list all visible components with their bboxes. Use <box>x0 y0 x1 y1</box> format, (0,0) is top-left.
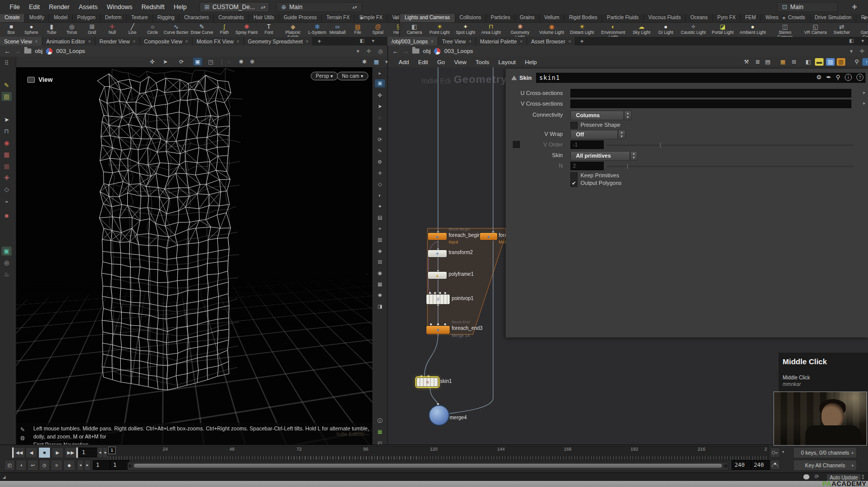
tool-state-icon[interactable]: ▦ <box>2 150 12 159</box>
menu-item[interactable]: Tools <box>471 59 494 65</box>
add-shelf-tab[interactable]: + <box>360 15 363 22</box>
viewport-tool-icon[interactable]: ◌ <box>225 58 234 66</box>
menu-item[interactable]: Render <box>44 4 74 11</box>
node-label[interactable]: pointvop1 <box>452 296 473 301</box>
play-button[interactable]: ▶ <box>52 447 64 458</box>
scoped-channels-icon[interactable] <box>770 460 780 470</box>
viewport-tool-icon[interactable]: ✱ <box>360 58 369 66</box>
network-tool-icon[interactable]: ↑ <box>862 58 868 66</box>
play-reverse-button[interactable]: ◀ <box>25 447 37 458</box>
shelf-tool[interactable]: § Helix <box>388 23 399 35</box>
display-option-icon[interactable]: ✎ <box>375 147 385 155</box>
range-start-field[interactable] <box>93 460 112 470</box>
close-tab-icon[interactable]: × <box>185 39 188 44</box>
pane-tab[interactable]: Geometry Spreadsheet × <box>244 37 313 45</box>
shelf-tool[interactable]: ✻ L-System <box>307 23 327 35</box>
close-tab-icon[interactable]: × <box>35 39 37 44</box>
shelf-tab[interactable]: Pyro FX <box>713 14 741 22</box>
scene-selector[interactable]: ⊕ Main ▴▾ <box>276 2 362 12</box>
display-option-icon[interactable]: ⊞ <box>375 258 385 266</box>
shelf-tool[interactable]: ✧ Caustic Light <box>680 23 707 35</box>
audio-icon[interactable]: ◖ <box>16 460 27 471</box>
shelf-tab[interactable]: Drive Simulation <box>810 14 857 22</box>
range-substart-field[interactable] <box>110 460 129 470</box>
menu-item[interactable]: Edit <box>413 59 432 65</box>
shelf-overflow-icon[interactable]: ▾ <box>863 16 866 21</box>
right-scene-selector[interactable]: ⊡ Main <box>777 2 838 12</box>
stepper-icon[interactable]: ▴▾ <box>261 5 265 10</box>
add-desktop-icon[interactable]: ✚ <box>852 4 857 11</box>
breadcrumb-node[interactable]: 003_Loops <box>444 48 473 54</box>
key-all-channels-button[interactable]: Key All Channels▲▼ <box>793 460 857 471</box>
u-cross-input[interactable] <box>570 89 851 98</box>
frame-ruler[interactable]: 244872961201441681922162 <box>107 446 769 460</box>
display-option-icon[interactable]: ▦ <box>375 428 385 436</box>
shelf-tab[interactable]: Model <box>49 14 72 22</box>
pane-tab[interactable]: /obj/003_Loops × <box>388 37 438 45</box>
shelf-tool[interactable]: T Font <box>259 23 279 35</box>
display-option-icon[interactable]: ◐ <box>375 191 385 200</box>
shelf-tool[interactable]: ☁ Sky Light <box>632 23 652 35</box>
add-pane-tab[interactable]: + <box>575 37 588 45</box>
path-dropdown-icon[interactable]: ▾ <box>357 48 360 55</box>
network-tool-icon[interactable]: ▥ <box>837 58 845 66</box>
message-bubble-icon[interactable] <box>803 474 809 479</box>
viewport-tool-icon[interactable]: ✜ <box>148 58 157 66</box>
range-end-field[interactable] <box>732 460 753 470</box>
shelf-tab[interactable]: Wires <box>761 14 784 22</box>
menu-item[interactable]: Edit <box>24 4 44 11</box>
search-icon[interactable]: ⚲ <box>836 74 840 81</box>
shelf-tool[interactable]: ▮ Tube <box>41 23 62 35</box>
menu-item[interactable]: Add <box>394 59 413 65</box>
brush-icon[interactable]: ✒ <box>826 74 831 81</box>
preserve-shape-checkbox[interactable] <box>570 122 577 129</box>
display-option-icon[interactable]: ⟳ <box>375 136 385 144</box>
menu-item[interactable]: File <box>5 4 24 11</box>
shelf-overflow-icon[interactable]: ▾ <box>395 16 397 21</box>
pane-split-icon[interactable]: ◧ <box>849 38 854 43</box>
shelf-tool[interactable]: ● GI Light <box>656 23 676 35</box>
jump-end-button[interactable]: ▶▶ <box>65 447 78 458</box>
pane-tab[interactable]: Animation Editor × <box>42 37 95 45</box>
current-frame-field[interactable] <box>79 448 99 457</box>
shelf-tool[interactable]: ✎ Draw Curve <box>189 23 214 35</box>
tool-state-icon[interactable]: ➤ <box>2 115 12 124</box>
shelf-tab[interactable]: Texture <box>127 14 153 22</box>
display-option-icon[interactable]: ✦ <box>375 203 385 211</box>
shelf-tool[interactable]: ∞ Metaball <box>327 23 348 35</box>
range-handle-right[interactable]: ◀ <box>723 463 727 468</box>
shelf-tab[interactable]: Characters <box>179 14 214 22</box>
pane-tab[interactable]: Asset Browser × <box>527 37 575 45</box>
pane-tab[interactable]: Composite View × <box>140 37 192 45</box>
vwrap-dropdown[interactable]: Off <box>570 130 618 139</box>
network-tool-icon[interactable]: ▦ <box>779 58 787 66</box>
shelf-tool[interactable]: ■ Box <box>1 23 21 35</box>
info-icon[interactable]: i <box>845 74 852 81</box>
display-option-icon[interactable]: ➤ <box>375 103 385 111</box>
tool-state-icon[interactable]: ▦ <box>2 162 12 171</box>
shelf-tool[interactable]: ✦ Spot Light <box>455 23 476 35</box>
key-options-icon[interactable]: ▾ <box>782 450 784 454</box>
shelf-tab[interactable]: Particle Fluids <box>602 14 644 22</box>
gear-icon[interactable]: ⚙ <box>816 74 822 81</box>
shelf-tab[interactable]: Deform <box>101 14 127 22</box>
pane-tab[interactable]: Render View × <box>95 37 140 45</box>
breadcrumb-node[interactable]: 003_Loops <box>56 48 85 54</box>
display-option-icon[interactable]: ◉ <box>375 269 385 277</box>
shelf-tab[interactable]: Hair Utils <box>249 14 279 22</box>
tool-state-icon[interactable]: ✚ <box>2 173 12 182</box>
close-tab-icon[interactable]: × <box>431 39 433 44</box>
shelf-tool[interactable]: ◐ Environment Light <box>599 23 628 37</box>
tool-state-icon[interactable]: ⠿ <box>2 59 12 68</box>
shelf-tool[interactable]: ⊓ Area Light <box>480 23 502 35</box>
persp-button[interactable]: Persp ▾ <box>311 72 338 80</box>
connectivity-dropdown[interactable]: Columns <box>570 111 624 120</box>
tool-state-icon[interactable]: ⊓ <box>2 127 12 136</box>
node-pointvop1[interactable]: ∂ <box>426 294 450 305</box>
node-label[interactable]: polyframe1 <box>449 271 473 277</box>
close-tab-icon[interactable]: × <box>469 39 471 44</box>
node-foreach-begin-2[interactable]: ▲ <box>479 232 498 240</box>
node-skin1-selected[interactable]: ≋ <box>416 377 439 387</box>
globe-icon[interactable]: ◍ <box>20 433 25 442</box>
shelf-tool[interactable]: ╱ Line <box>122 23 142 35</box>
